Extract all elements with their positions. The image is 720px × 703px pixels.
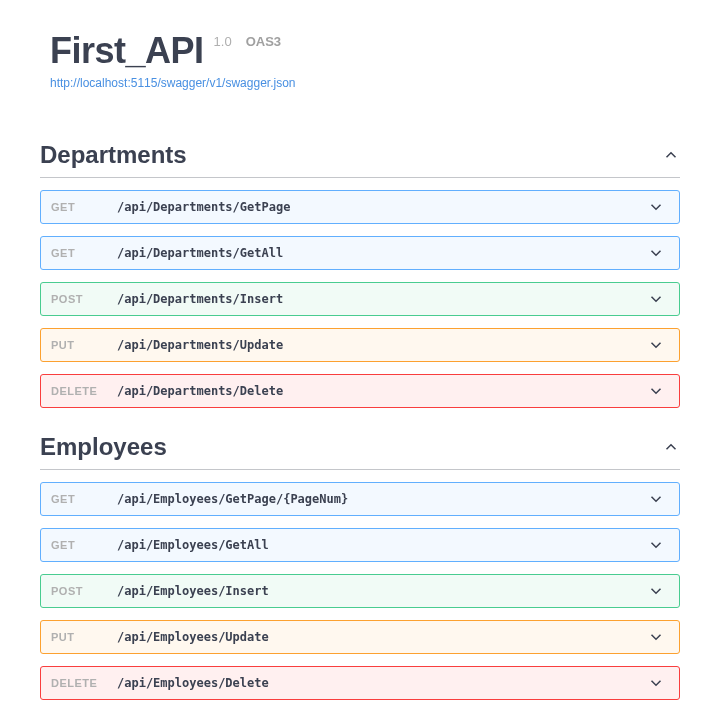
operation-path: /api/Departments/Delete	[117, 384, 647, 398]
chevron-up-icon	[662, 146, 680, 164]
chevron-down-icon	[647, 490, 665, 508]
method-badge: GET	[51, 493, 107, 505]
api-oas-badge: OAS3	[246, 34, 281, 49]
operation-row[interactable]: GET /api/Departments/GetAll	[40, 236, 680, 270]
operation-path: /api/Departments/GetPage	[117, 200, 647, 214]
tag-name: Employees	[40, 433, 167, 461]
method-badge: GET	[51, 201, 107, 213]
method-badge: POST	[51, 585, 107, 597]
operation-row[interactable]: PUT /api/Departments/Update	[40, 328, 680, 362]
operation-path: /api/Employees/Update	[117, 630, 647, 644]
tag-name: Departments	[40, 141, 187, 169]
api-header: First_API 1.0 OAS3 http://localhost:5115…	[40, 30, 680, 91]
method-badge: GET	[51, 247, 107, 259]
method-badge: PUT	[51, 631, 107, 643]
operation-path: /api/Employees/Delete	[117, 676, 647, 690]
method-badge: PUT	[51, 339, 107, 351]
tag-header-employees[interactable]: Employees	[40, 433, 680, 470]
operation-row[interactable]: POST /api/Employees/Insert	[40, 574, 680, 608]
chevron-down-icon	[647, 536, 665, 554]
chevron-down-icon	[647, 582, 665, 600]
operation-row[interactable]: GET /api/Employees/GetPage/{PageNum}	[40, 482, 680, 516]
api-version: 1.0	[214, 34, 232, 49]
tag-header-departments[interactable]: Departments	[40, 141, 680, 178]
tag-section-departments: Departments GET /api/Departments/GetPage…	[40, 141, 680, 408]
operation-row[interactable]: POST /api/Departments/Insert	[40, 282, 680, 316]
operation-row[interactable]: GET /api/Employees/GetAll	[40, 528, 680, 562]
method-badge: GET	[51, 539, 107, 551]
chevron-down-icon	[647, 628, 665, 646]
chevron-down-icon	[647, 336, 665, 354]
chevron-down-icon	[647, 674, 665, 692]
method-badge: POST	[51, 293, 107, 305]
chevron-down-icon	[647, 244, 665, 262]
operation-path: /api/Employees/Insert	[117, 584, 647, 598]
method-badge: DELETE	[51, 385, 107, 397]
operation-row[interactable]: DELETE /api/Departments/Delete	[40, 374, 680, 408]
chevron-up-icon	[662, 438, 680, 456]
chevron-down-icon	[647, 290, 665, 308]
operation-path: /api/Employees/GetPage/{PageNum}	[117, 492, 647, 506]
api-title: First_API	[50, 30, 204, 72]
spec-url-link[interactable]: http://localhost:5115/swagger/v1/swagger…	[50, 76, 295, 90]
operation-path: /api/Departments/Update	[117, 338, 647, 352]
operation-path: /api/Departments/GetAll	[117, 246, 647, 260]
tag-section-employees: Employees GET /api/Employees/GetPage/{Pa…	[40, 433, 680, 700]
title-row: First_API 1.0 OAS3	[50, 30, 680, 72]
chevron-down-icon	[647, 382, 665, 400]
operation-row[interactable]: DELETE /api/Employees/Delete	[40, 666, 680, 700]
operation-row[interactable]: PUT /api/Employees/Update	[40, 620, 680, 654]
chevron-down-icon	[647, 198, 665, 216]
operation-row[interactable]: GET /api/Departments/GetPage	[40, 190, 680, 224]
method-badge: DELETE	[51, 677, 107, 689]
operation-path: /api/Departments/Insert	[117, 292, 647, 306]
operation-path: /api/Employees/GetAll	[117, 538, 647, 552]
